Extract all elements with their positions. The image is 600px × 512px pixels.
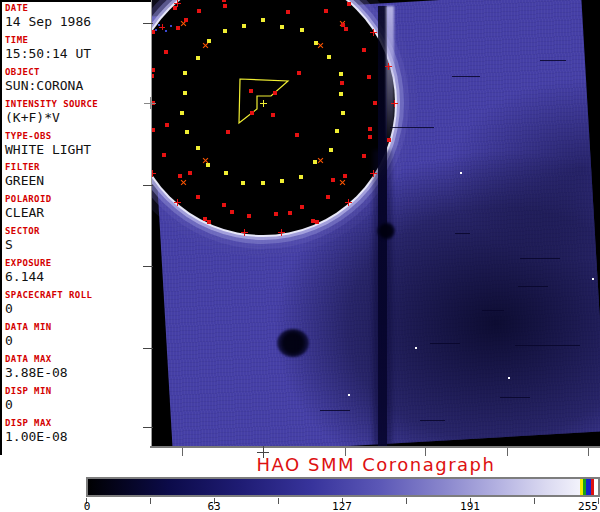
fiducial-dot: [329, 148, 333, 152]
fiducial-dot: [152, 74, 154, 78]
fiducial-dot: [230, 210, 234, 214]
colorbar-tick: [406, 498, 407, 504]
fiducial-dot: [180, 111, 184, 115]
fiducial-dot: [341, 111, 345, 115]
fiducial-dot: [362, 154, 366, 158]
fiducial-dot: [223, 4, 227, 8]
glitch-pixel: [165, 30, 167, 32]
film-scratch: [452, 76, 480, 77]
bottom-edge-tick: [507, 448, 508, 456]
instrument-title: HAO SMM Coronagraph: [152, 454, 600, 475]
field-label: EXPOSURE: [5, 258, 152, 269]
field-value: 0: [5, 333, 152, 348]
bottom-edge-tick: [182, 448, 183, 456]
fiducial-cross: [174, 199, 181, 206]
fiducial-dot: [183, 91, 187, 95]
colorbar-tick-label: 0: [84, 500, 91, 512]
dark-blob: [277, 329, 309, 357]
field-label: INTENSITY SOURCE: [5, 99, 152, 110]
film-scratch: [515, 345, 580, 346]
fiducial-cross: [345, 199, 352, 206]
fiducial-dot: [184, 18, 188, 22]
fiducial-dot: [261, 181, 265, 185]
left-edge-tick: [143, 185, 153, 186]
fiducial-dot: [152, 68, 155, 72]
coronagraph-viewer-window: DATE14 Sep 1986TIME15:50:14 UTOBJECTSUN:…: [0, 0, 600, 512]
film-scratch: [420, 420, 445, 421]
film-scratch: [482, 310, 504, 311]
metadata-field: SPACECRAFT ROLL0: [2, 289, 152, 321]
fiducial-dot: [387, 138, 391, 142]
field-value: 0: [5, 397, 152, 412]
film-scratch: [455, 233, 470, 234]
film-scratch: [390, 127, 434, 128]
field-value: 1.00E-08: [5, 429, 152, 444]
metadata-field: DATA MAX3.88E-08: [2, 353, 152, 385]
fiducial-cross: [370, 170, 377, 177]
field-label: TYPE-OBS: [5, 131, 152, 142]
fiducial-dot: [162, 153, 166, 157]
field-label: POLAROID: [5, 194, 152, 205]
field-label: TIME: [5, 35, 152, 46]
fiducial-dot: [280, 179, 284, 183]
field-value: CLEAR: [5, 205, 152, 220]
fiducial-dot: [295, 133, 299, 137]
fiducial-dot: [222, 203, 226, 207]
fiducial-cross: [260, 100, 267, 107]
fiducial-cross: [370, 29, 377, 36]
fiducial-dot: [173, 6, 177, 10]
fiducial-dot: [197, 9, 201, 13]
fiducial-dot: [362, 48, 366, 52]
field-value: 6.144: [5, 269, 152, 284]
colorbar-tick-label: 63: [207, 500, 220, 512]
fiducial-dot: [288, 211, 292, 215]
metadata-field: DISP MIN0: [2, 385, 152, 417]
fiducial-dot: [339, 92, 343, 96]
field-label: DATA MIN: [5, 322, 152, 333]
fiducial-dot: [196, 195, 200, 199]
sidebar-image-divider: [151, 0, 152, 447]
left-edge-tick: [143, 348, 153, 349]
fiducial-dot: [299, 175, 303, 179]
field-label: OBJECT: [5, 67, 152, 78]
film-scratch: [520, 258, 560, 259]
fiducial-dot: [344, 27, 348, 31]
metadata-field: SECTORS: [2, 225, 152, 257]
field-value: 15:50:14 UT: [5, 46, 152, 61]
metadata-field: POLAROIDCLEAR: [2, 193, 152, 225]
field-value: SUN:CORONA: [5, 78, 152, 93]
field-value: 14 Sep 1986: [5, 14, 152, 29]
fiducial-dot: [297, 71, 301, 75]
fiducial-dot: [176, 26, 180, 30]
fiducial-dot: [183, 71, 187, 75]
bright-speck: [508, 377, 510, 379]
fiducial-dot: [311, 219, 315, 223]
metadata-field: FILTERGREEN: [2, 161, 152, 193]
metadata-field: EXPOSURE6.144: [2, 257, 152, 289]
fiducial-dot: [249, 89, 253, 93]
colorbar-tick: [598, 498, 599, 504]
saturation-stripe: [591, 479, 594, 495]
fiducial-dot: [300, 205, 304, 209]
film-scratch: [500, 397, 530, 398]
colorbar-tick: [534, 498, 535, 504]
bottom-edge-plus-mark: [257, 446, 269, 458]
coronagraph-image-canvas: [152, 0, 600, 447]
image-bottom-border: [150, 446, 600, 448]
fiducial-dot: [326, 195, 330, 199]
bright-speck: [460, 172, 462, 174]
field-label: SECTOR: [5, 226, 152, 237]
fiducial-dot: [196, 56, 200, 60]
edge-bright-streak: [386, 6, 394, 151]
field-label: FILTER: [5, 162, 152, 173]
left-edge-tick: [143, 23, 153, 24]
field-value: WHITE LIGHT: [5, 142, 152, 157]
bright-speck: [348, 394, 350, 396]
fiducial-dot: [331, 178, 335, 182]
metadata-field: DISP MAX1.00E-08: [2, 417, 152, 449]
fiducial-dot: [315, 220, 319, 224]
fiducial-cross: [152, 170, 156, 177]
colorbar-tick-label: 191: [460, 500, 480, 512]
film-scratch: [518, 286, 548, 287]
fiducial-dot: [368, 135, 372, 139]
